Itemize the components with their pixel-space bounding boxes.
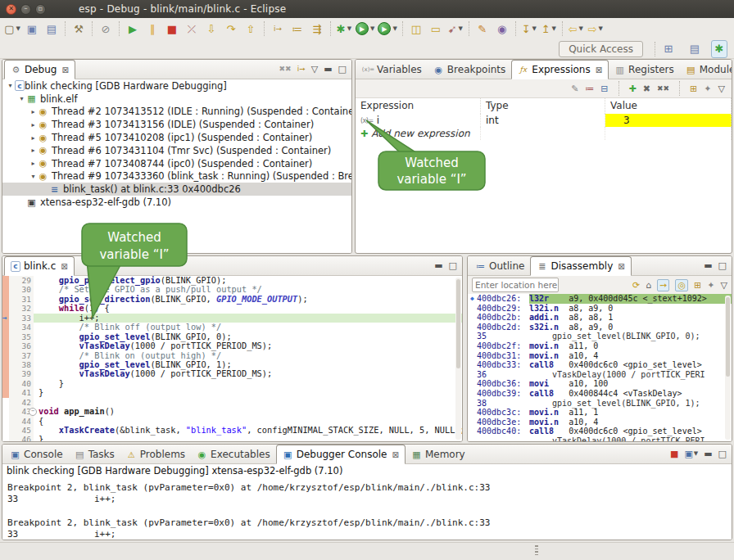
line-number[interactable]: 40 [9, 379, 34, 388]
disassembly-line[interactable]: 400dbc3c:movi.n a11, 1 [468, 408, 732, 418]
code-editor[interactable]: 29 gpio_pad_select_gpio(BLINK_GPIO);30 /… [2, 276, 462, 441]
debug-tree-item[interactable]: ▸◉Thread #6 1073431104 (Tmr Svc) (Suspen… [2, 144, 351, 157]
step-return-button[interactable]: ⇧ [241, 20, 261, 38]
disassembly-line[interactable]: 400dbc2d:s32i.n a8, a9, 0 [468, 323, 732, 332]
debug-perspective-button[interactable]: ✱ [711, 40, 727, 58]
line-number[interactable]: 45 [9, 426, 34, 435]
line-number[interactable]: 41 [9, 388, 34, 397]
disassembly-line[interactable]: 400dbc29:l32i.n a8, a9, 0 [468, 304, 732, 314]
tab-disassembly[interactable]: ≣Disassembly⊠ [530, 256, 631, 276]
line-number[interactable]: 38 [9, 360, 34, 369]
show-type-names-button[interactable]: ✎ [571, 84, 578, 93]
tab-tasks[interactable]: ▤Tasks [69, 445, 120, 463]
tab-variables[interactable]: (x)=Variables [357, 61, 428, 79]
tree-expander-icon[interactable]: ▸ [29, 147, 38, 154]
quick-access-button[interactable]: Quick Access [559, 41, 643, 57]
debug-tree-item[interactable]: ≡blink_task() at blink.c:33 0x400dbc26 [2, 183, 351, 196]
resume-button[interactable]: ▶ [123, 20, 143, 38]
tab-outline[interactable]: ≔Outline [469, 257, 530, 275]
dropdown-arrow-icon[interactable]: ▼ [392, 25, 396, 32]
line-number[interactable]: 44 [9, 417, 34, 426]
code-line-45[interactable]: 45 xTaskCreate(&blink_task, "blink_task"… [2, 426, 462, 435]
refresh-button[interactable]: ⟳ [632, 281, 640, 290]
line-number[interactable]: 37 [9, 351, 34, 360]
open-resource-button[interactable]: ▭ [426, 20, 446, 38]
line-number[interactable]: 39 [9, 369, 34, 378]
disassembly-source-line[interactable]: 38gpio_set_level(BLINK_GPIO, 1); [468, 399, 732, 409]
minimize-button[interactable]: ▬ [704, 449, 712, 458]
web-browser-button[interactable]: ◉ [492, 20, 512, 38]
disassembly-line[interactable]: 400dbc39:call8 0x400844c4 <vTaskDelay> [468, 389, 732, 399]
back-button[interactable]: ⇦▼ [566, 20, 586, 38]
forward-button[interactable]: ⇨▼ [586, 20, 605, 38]
open-perspective-button[interactable]: ⊞ [659, 40, 678, 58]
step-into-button[interactable]: ⇩ [202, 20, 221, 38]
disconnect-button[interactable]: ⤫ [182, 20, 202, 38]
editor-vertical-scrollbar[interactable] [455, 278, 461, 440]
pin-view-button[interactable]: ✦ [707, 281, 714, 290]
search-button[interactable]: ✎ [473, 20, 492, 38]
disassembly-line[interactable]: ◆400dbc26:l32r a9, 0x400d045c <_stext+10… [468, 294, 732, 304]
line-number[interactable]: 31 [9, 295, 34, 304]
debug-tree-item[interactable]: ▾◉Thread #9 1073433360 (blink_task : Run… [2, 170, 351, 183]
tab-expressions[interactable]: ƒxExpressions⊠ [511, 60, 609, 79]
close-tab-icon[interactable]: ⊠ [392, 450, 399, 459]
terminate-button[interactable]: ■ [670, 449, 678, 458]
external-tools-button[interactable]: ▶▼ [376, 20, 398, 38]
show-logical-structure-button[interactable]: ≔ [585, 84, 594, 93]
line-number[interactable]: 34 [9, 323, 34, 332]
minimize-button[interactable]: ▬ [434, 261, 442, 270]
launch-button[interactable]: ➹▼ [446, 20, 465, 38]
new-wizard-button[interactable]: ▢▼ [2, 20, 22, 38]
maximize-button[interactable]: □ [718, 449, 727, 458]
disassembly-line[interactable]: 400dbc2f:movi.n a11, 0 [468, 341, 732, 351]
dropdown-arrow-icon[interactable]: ▼ [579, 25, 583, 32]
step-over-button[interactable]: ↷ [221, 20, 241, 38]
line-number[interactable]: 30 [9, 285, 34, 294]
line-number[interactable]: 42 [9, 398, 34, 407]
dropdown-arrow-icon[interactable]: ▼ [347, 25, 351, 32]
disassembly-source-line[interactable]: 36vTaskDelay(1000 / portTICK_PERI [468, 370, 732, 380]
dropdown-arrow-icon[interactable]: ▼ [552, 25, 556, 32]
tab-modules[interactable]: ▤Modules [680, 61, 732, 79]
minimize-button[interactable]: ▬ [704, 261, 712, 270]
tree-expander-icon[interactable]: ▸ [29, 108, 38, 115]
debug-tree-item[interactable]: ▸◉Thread #2 1073413512 (IDLE : Running) … [2, 106, 351, 119]
disassembly-source-line[interactable]: 35gpio_set_level(BLINK_GPIO, 0); [468, 332, 732, 341]
minimize-button[interactable]: ▬ [324, 65, 332, 74]
disassembly-line[interactable]: 400dbc40:call8 0x400dc6c0 <gpio_set_leve… [468, 427, 732, 436]
tab-breakpoints[interactable]: ◉Breakpoints [428, 61, 511, 79]
home-button[interactable]: ⌂ [646, 281, 651, 290]
debug-tree-item[interactable]: ▸◉Thread #5 1073410208 (ipc1) (Suspended… [2, 131, 351, 144]
disassembly-listing[interactable]: ◆400dbc26:l32r a9, 0x400d045c <_stext+10… [468, 294, 732, 441]
debug-button[interactable]: ✱▼ [334, 20, 354, 38]
open-element-button[interactable]: ◫ [406, 20, 426, 38]
tab-executables[interactable]: ◉Executables [191, 445, 276, 463]
code-line-43[interactable]: 43−void app_main() [2, 407, 462, 416]
code-line-41[interactable]: 41} [2, 388, 462, 397]
close-tab-icon[interactable]: ⊠ [61, 262, 67, 271]
save-all-button[interactable]: ▤ [42, 20, 61, 38]
tab-memory[interactable]: ▦Memory [406, 445, 471, 463]
disassembly-line[interactable]: 400dbc3e:movi.n a10, 4 [468, 418, 732, 427]
tab-registers[interactable]: ▥Registers [609, 61, 680, 79]
instruction-stepping-mode-button[interactable]: i➙ [297, 65, 306, 74]
window-minimize-button[interactable]: – [20, 4, 31, 15]
add-expression-button[interactable]: ✚ [629, 84, 637, 93]
tree-expander-icon[interactable]: ▸ [29, 121, 38, 129]
cpp-perspective-button[interactable]: ▤ [685, 40, 705, 58]
save-button[interactable]: ▣ [22, 20, 42, 38]
new-view-button[interactable]: ⊞ [690, 84, 697, 93]
location-input[interactable]: Enter location here ▼ [472, 278, 559, 292]
view-menu-button[interactable]: ▽ [721, 281, 727, 290]
code-line-39[interactable]: 39 vTaskDelay(1000 / portTICK_PERIOD_MS)… [2, 369, 462, 378]
suspend-button[interactable]: ∥ [143, 20, 162, 38]
use-step-filters-button[interactable]: ≔ [288, 20, 307, 38]
tree-expander-icon[interactable]: ▸ [29, 134, 38, 142]
pin-view-button[interactable]: ✦ [704, 84, 711, 93]
tree-expander-icon[interactable]: ▸ [29, 160, 38, 167]
debug-tree-item[interactable]: ▾cblink checking [GDB Hardware Debugging… [2, 79, 351, 93]
sync-with-pc-button[interactable]: ➙ [657, 279, 669, 291]
tab-blink-c[interactable]: cblink.c⊠ [4, 256, 75, 276]
maximize-button[interactable]: □ [449, 261, 457, 270]
